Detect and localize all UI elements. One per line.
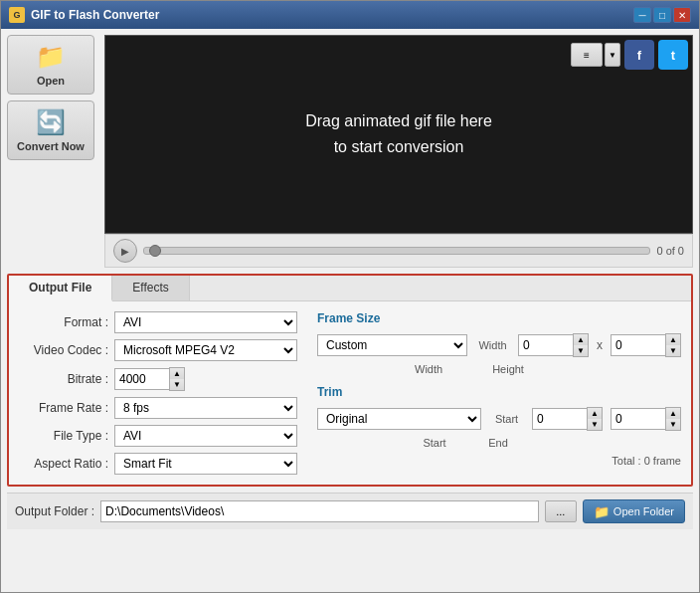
aspect-ratio-select[interactable]: Smart Fit Original 4:3 16:9: [114, 453, 297, 475]
bitrate-label: Bitrate :: [19, 372, 108, 386]
width-up-button[interactable]: ▲: [574, 334, 588, 345]
frame-size-section: Frame Size Custom Original 320x240 640x4…: [317, 311, 681, 375]
bitrate-spinner: ▲ ▼: [114, 367, 185, 391]
end-down-button[interactable]: ▼: [666, 419, 680, 430]
width-height-row: Width ▲ ▼ x: [475, 333, 681, 357]
preview-area: ≡ ▼ f t Drag animated gif file here to s…: [104, 35, 693, 234]
frame-rate-label: Frame Rate :: [19, 401, 108, 415]
start-label: Start: [489, 413, 524, 425]
facebook-button[interactable]: f: [624, 40, 654, 70]
convert-label: Convert Now: [17, 140, 85, 152]
video-codec-label: Video Codec :: [19, 343, 108, 357]
window-title: GIF to Flash Converter: [31, 8, 633, 22]
start-col-label: Start: [415, 437, 454, 449]
file-type-row: File Type : AVI MP4 SWF: [19, 425, 297, 447]
start-end-row: Start ▲ ▼: [489, 407, 681, 431]
frame-counter: 0 of 0: [656, 245, 684, 257]
end-col-label: End: [478, 437, 518, 449]
minimize-button[interactable]: ─: [633, 7, 651, 23]
app-icon: G: [9, 7, 25, 23]
start-spinner: ▲ ▼: [532, 407, 603, 431]
progress-bar[interactable]: [143, 247, 650, 255]
start-input[interactable]: [532, 408, 587, 430]
frame-size-title: Frame Size: [317, 311, 681, 325]
frame-rate-row: Frame Rate : 8 fps 12 fps 15 fps 24 fps …: [19, 397, 297, 419]
width-down-button[interactable]: ▼: [574, 345, 588, 356]
bitrate-input[interactable]: [114, 368, 169, 390]
video-codec-row: Video Codec : Microsoft MPEG4 V2 H.264 X…: [19, 339, 297, 361]
tab-output-file[interactable]: Output File: [9, 276, 112, 301]
player-controls: ▶ 0 of 0: [104, 234, 693, 268]
height-input[interactable]: [611, 334, 665, 356]
settings-panel: Format : AVI MP4 SWF FLV Video Codec : M…: [9, 301, 691, 485]
menu-dropdown-button[interactable]: ▼: [605, 43, 620, 67]
total-frame-text: Total : 0 frame: [317, 455, 681, 467]
open-folder-icon: 📁: [594, 504, 610, 519]
twitter-button[interactable]: t: [658, 40, 688, 70]
height-up-button[interactable]: ▲: [666, 334, 680, 345]
width-label: Width: [475, 339, 510, 351]
bottom-row: Output Folder : ... 📁 Open Folder: [7, 493, 693, 529]
end-input[interactable]: [611, 408, 665, 430]
open-button[interactable]: 📁 Open: [7, 35, 94, 95]
bitrate-up-button[interactable]: ▲: [170, 368, 184, 379]
trim-title: Trim: [317, 385, 681, 399]
trim-preset-select[interactable]: Original Custom: [317, 408, 481, 430]
trim-section: Trim Original Custom Start: [317, 385, 681, 467]
frame-rate-select[interactable]: 8 fps 12 fps 15 fps 24 fps 30 fps: [114, 397, 297, 419]
output-path-input[interactable]: [100, 500, 539, 522]
format-label: Format :: [19, 315, 108, 329]
frame-size-preset-select[interactable]: Custom Original 320x240 640x480: [317, 334, 467, 356]
end-spinner: ▲ ▼: [611, 407, 681, 431]
format-select[interactable]: AVI MP4 SWF FLV: [114, 311, 297, 333]
bitrate-row: Bitrate : ▲ ▼: [19, 367, 297, 391]
video-codec-select[interactable]: Microsoft MPEG4 V2 H.264 Xvid: [114, 339, 297, 361]
height-down-button[interactable]: ▼: [666, 345, 680, 356]
tab-effects[interactable]: Effects: [112, 276, 189, 300]
play-button[interactable]: ▶: [113, 239, 137, 263]
width-col-label: Width: [415, 363, 442, 375]
output-folder-label: Output Folder :: [15, 504, 94, 518]
close-button[interactable]: ✕: [673, 7, 691, 23]
height-spinner: ▲ ▼: [611, 333, 681, 357]
aspect-ratio-label: Aspect Ratio :: [19, 457, 108, 471]
width-spinner: ▲ ▼: [518, 333, 589, 357]
browse-button[interactable]: ...: [545, 500, 577, 522]
open-folder-label: Open Folder: [613, 505, 674, 517]
file-type-label: File Type :: [19, 429, 108, 443]
drag-drop-text: Drag animated gif file here to start con…: [305, 108, 492, 159]
convert-now-button[interactable]: 🔄 Convert Now: [7, 100, 94, 160]
tabs-header: Output File Effects: [9, 276, 691, 301]
progress-handle[interactable]: [149, 245, 161, 257]
width-input[interactable]: [518, 334, 573, 356]
x-separator: x: [597, 338, 603, 352]
play-icon: ▶: [121, 246, 129, 257]
menu-button[interactable]: ≡: [571, 43, 603, 67]
format-row: Format : AVI MP4 SWF FLV: [19, 311, 297, 333]
end-up-button[interactable]: ▲: [666, 408, 680, 419]
convert-icon: 🔄: [36, 108, 66, 136]
start-up-button[interactable]: ▲: [588, 408, 602, 419]
bitrate-down-button[interactable]: ▼: [170, 379, 184, 390]
open-folder-button[interactable]: 📁 Open Folder: [583, 499, 685, 523]
height-col-label: Height: [492, 363, 524, 375]
open-label: Open: [37, 75, 65, 87]
aspect-ratio-row: Aspect Ratio : Smart Fit Original 4:3 16…: [19, 453, 297, 475]
start-down-button[interactable]: ▼: [588, 419, 602, 430]
open-icon: 📁: [36, 43, 66, 71]
file-type-select[interactable]: AVI MP4 SWF: [114, 425, 297, 447]
maximize-button[interactable]: □: [653, 7, 671, 23]
